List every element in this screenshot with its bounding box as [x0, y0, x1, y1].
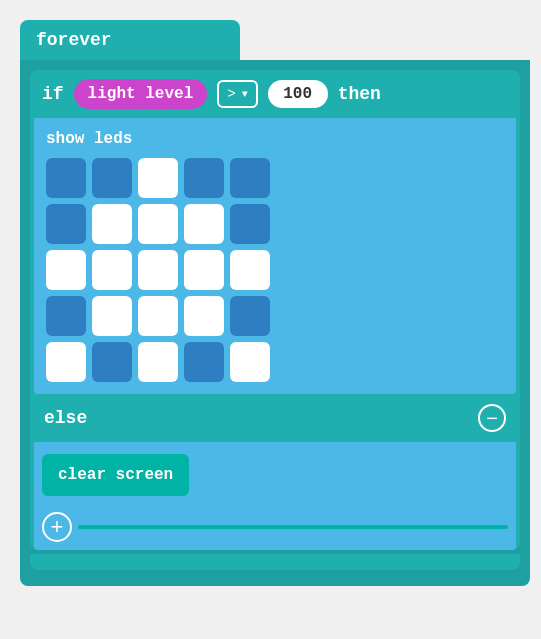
light-level-pill[interactable]: light level	[74, 79, 208, 109]
led-cell-3-4[interactable]	[230, 296, 270, 336]
if-label: if	[42, 84, 64, 104]
led-cell-4-2[interactable]	[138, 342, 178, 382]
workspace: forever if light level > ▼ 100 then	[0, 0, 541, 639]
then-label: then	[338, 84, 381, 104]
led-cell-1-4[interactable]	[230, 204, 270, 244]
led-cell-3-3[interactable]	[184, 296, 224, 336]
forever-bottom-bar	[30, 554, 520, 570]
forever-body: if light level > ▼ 100 then show leds	[20, 60, 530, 586]
if-header: if light level > ▼ 100 then	[30, 70, 520, 118]
led-cell-1-1[interactable]	[92, 204, 132, 244]
forever-header: forever	[20, 20, 240, 60]
led-cell-3-0[interactable]	[46, 296, 86, 336]
led-cell-4-0[interactable]	[46, 342, 86, 382]
add-else-button[interactable]: +	[42, 512, 72, 542]
value-input[interactable]: 100	[268, 80, 328, 108]
led-cell-3-1[interactable]	[92, 296, 132, 336]
if-body: show leds	[34, 118, 516, 394]
if-block: if light level > ▼ 100 then show leds	[30, 70, 520, 550]
forever-block: forever if light level > ▼ 100 then	[20, 20, 520, 586]
led-cell-4-4[interactable]	[230, 342, 270, 382]
led-cell-4-1[interactable]	[92, 342, 132, 382]
operator-dropdown[interactable]: > ▼	[217, 80, 257, 108]
else-header: else −	[30, 394, 520, 442]
led-grid	[46, 158, 504, 382]
led-cell-2-0[interactable]	[46, 250, 86, 290]
else-label: else	[44, 408, 87, 428]
show-leds-label: show leds	[46, 130, 504, 148]
led-cell-2-3[interactable]	[184, 250, 224, 290]
clear-screen-block[interactable]: clear screen	[42, 454, 189, 496]
led-cell-2-1[interactable]	[92, 250, 132, 290]
led-cell-1-0[interactable]	[46, 204, 86, 244]
led-cell-0-0[interactable]	[46, 158, 86, 198]
add-row: +	[34, 504, 516, 546]
led-cell-3-2[interactable]	[138, 296, 178, 336]
led-cell-4-3[interactable]	[184, 342, 224, 382]
led-cell-0-4[interactable]	[230, 158, 270, 198]
led-cell-2-2[interactable]	[138, 250, 178, 290]
led-cell-1-2[interactable]	[138, 204, 178, 244]
clear-screen-label: clear screen	[58, 466, 173, 484]
led-cell-2-4[interactable]	[230, 250, 270, 290]
led-cell-0-2[interactable]	[138, 158, 178, 198]
led-cell-1-3[interactable]	[184, 204, 224, 244]
else-body: clear screen +	[34, 442, 516, 550]
operator-value: >	[227, 86, 235, 102]
chevron-down-icon: ▼	[242, 89, 248, 100]
led-cell-0-1[interactable]	[92, 158, 132, 198]
remove-else-button[interactable]: −	[478, 404, 506, 432]
led-cell-0-3[interactable]	[184, 158, 224, 198]
forever-label: forever	[36, 30, 112, 50]
add-line-decoration	[78, 525, 508, 529]
